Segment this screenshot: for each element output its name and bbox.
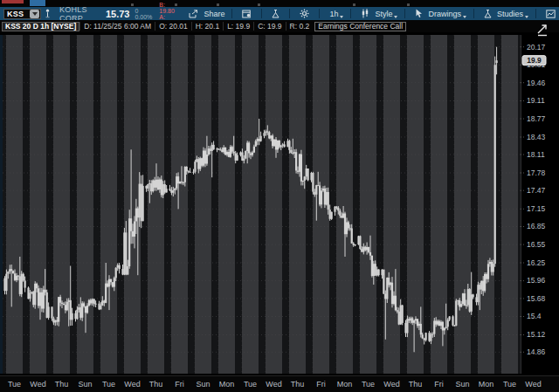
window-chrome-mark [131, 3, 134, 6]
bar-close: C: 19.9 [253, 22, 285, 31]
time-tick-label: Wed [263, 380, 286, 389]
price-tick-label: 15.96 [527, 276, 546, 285]
cursor-icon [415, 9, 423, 18]
price-tick-label: 19.11 [527, 96, 545, 105]
toolbar-divider [261, 9, 262, 18]
drawings-button[interactable]: Drawings [409, 7, 470, 20]
share-label: Share [204, 10, 224, 18]
calendar-events-icon [242, 10, 252, 18]
candle [462, 293, 464, 306]
earnings-event-chip[interactable]: Earnings Conference Call [314, 22, 406, 31]
time-tick-label: Tue [357, 380, 380, 389]
toolbar-divider [404, 9, 405, 18]
candle [452, 315, 453, 327]
price-tick-label: 14.86 [527, 347, 546, 356]
settings-button[interactable] [293, 7, 315, 20]
candle [324, 186, 326, 208]
bid-value: B: 19.80 [159, 2, 176, 14]
candle [43, 285, 45, 313]
candle [273, 139, 275, 147]
candle [245, 150, 246, 159]
window-chrome-mark [217, 3, 219, 6]
time-axis[interactable]: TueWedThuSunTueWedThuFriSunMonTueWedThuF… [0, 375, 559, 392]
bar-range: R: 0.2 [286, 22, 314, 31]
patterns-icon [546, 10, 556, 18]
chart-canvas[interactable]: 20.1719.8119.4619.1118.7718.4318.1117.78… [0, 32, 559, 375]
price-axis[interactable]: 20.1719.8119.4619.1118.7718.4318.1117.78… [521, 43, 546, 357]
time-tick-label: Mon [475, 380, 498, 389]
time-tick-label: Wed [522, 380, 545, 389]
toolbar-divider [473, 9, 474, 18]
toolbar-divider [319, 9, 320, 18]
toolbar-left-group: KSS KOHLS CORP 15.73 0 0.00% B: 19.80 A:… [0, 7, 183, 20]
time-tick-label: Mon [334, 380, 356, 389]
chevron-down-icon [525, 16, 528, 18]
candle [477, 282, 479, 306]
candle [201, 158, 203, 168]
time-tick-label: Tue [239, 380, 262, 389]
time-tick-label: Thu [51, 380, 73, 389]
events-button[interactable] [236, 7, 258, 20]
expand-chart-button[interactable] [534, 23, 551, 38]
candle [224, 147, 226, 155]
timeframe-label: 1h [329, 10, 338, 18]
time-tick-label: Tue [98, 380, 121, 389]
candle [319, 182, 321, 206]
tests-button[interactable] [266, 7, 286, 20]
candle [128, 210, 130, 269]
style-button[interactable]: Style [355, 7, 401, 20]
candle [402, 305, 404, 325]
change-value: 0 [135, 8, 152, 14]
chevron-down-icon [32, 12, 38, 16]
price-tick-label: 17.47 [527, 186, 546, 195]
candle [484, 272, 486, 292]
window-chrome-mark [407, 3, 410, 6]
gear-icon [300, 9, 309, 18]
time-tick-label: Sun [452, 380, 474, 389]
time-tick-label: Fri [310, 380, 333, 389]
symbol-dropdown-button[interactable] [30, 10, 39, 18]
time-tick-label: Wed [121, 380, 144, 389]
bar-high: H: 20.1 [191, 22, 223, 31]
price-tick-label: 17.78 [527, 168, 546, 177]
candle [307, 168, 309, 182]
patterns-button[interactable]: Patterns [540, 7, 559, 20]
candle [383, 270, 384, 294]
symbol-input[interactable]: KSS [3, 9, 41, 19]
time-tick-label: Tue [3, 380, 26, 389]
symbol-value[interactable]: KSS [4, 10, 30, 18]
toolbar-divider [289, 9, 290, 18]
chart-symbol-chip[interactable]: KSS 20 D 1h [NYSE] [2, 22, 79, 31]
time-tick-label: Wed [381, 380, 404, 389]
price-tick-label: 18.43 [527, 133, 546, 141]
symbol-link-icon[interactable] [44, 9, 52, 18]
candle [331, 212, 333, 220]
bar-datetime: D: 11/25/25 6:00 AM [79, 22, 155, 31]
toolbar-divider [535, 9, 536, 18]
candle [23, 272, 24, 281]
share-button[interactable]: Share [183, 7, 228, 20]
time-tick-label: Fri [169, 380, 191, 389]
price-tick-label: 16.25 [527, 258, 546, 267]
share-icon [189, 10, 198, 18]
bar-low: L: 19.9 [223, 22, 253, 31]
time-tick-label: Sun [192, 380, 215, 389]
studies-button[interactable]: Studies [478, 7, 532, 20]
style-label: Style [375, 10, 392, 18]
candle [112, 282, 114, 287]
price-tick-label: 20.17 [527, 43, 546, 52]
candle [21, 271, 23, 297]
price-tick-label: 17.15 [527, 204, 546, 213]
price-tick-label: 18.11 [527, 150, 545, 159]
candle [88, 299, 90, 307]
last-price-label: 19.9 [527, 56, 542, 65]
chart-status-bar: KSS 20 D 1h [NYSE] D: 11/25/25 6:00 AM O… [0, 20, 559, 32]
price-tick-label: 18.77 [527, 114, 546, 123]
chart-style-icon [361, 9, 369, 18]
candle [300, 150, 302, 186]
time-tick-label: Fri [428, 380, 451, 389]
chevron-down-icon [340, 16, 343, 18]
timeframe-button[interactable]: 1h [323, 7, 347, 20]
time-tick-label: Mon [216, 380, 238, 389]
time-tick-label: Thu [404, 380, 427, 389]
